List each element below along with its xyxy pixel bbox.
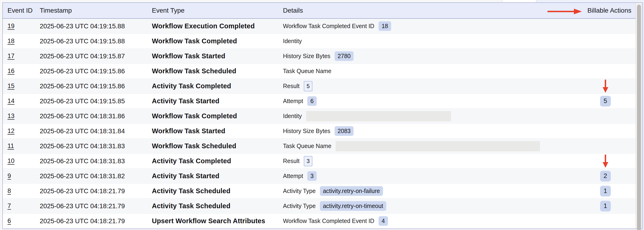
table-row: 15 2025-06-23 UTC 04:19:15.86 Activity T… xyxy=(3,79,642,94)
event-id-link[interactable]: 10 xyxy=(8,157,14,164)
detail-label: Result xyxy=(283,83,300,89)
details-cell: Activity Type activity.retry-on-timeout xyxy=(283,201,575,211)
billable-badge: 1 xyxy=(600,201,611,211)
event-id-link[interactable]: 8 xyxy=(8,187,11,194)
event-id-link[interactable]: 15 xyxy=(8,82,14,89)
timestamp-cell: 2025-06-23 UTC 04:18:21.79 xyxy=(40,202,152,210)
table-row: 7 2025-06-23 UTC 04:18:21.79 Activity Ta… xyxy=(3,199,642,214)
billable-badge: 1 xyxy=(600,186,611,196)
timestamp-cell: 2025-06-23 UTC 04:19:15.86 xyxy=(40,82,152,90)
event-id-link[interactable]: 16 xyxy=(8,67,14,74)
event-id-cell: 11 xyxy=(8,142,40,150)
timestamp-cell: 2025-06-23 UTC 04:18:31.86 xyxy=(40,112,152,120)
event-type-cell: Workflow Task Scheduled xyxy=(152,142,283,150)
event-type-cell: Activity Task Completed xyxy=(152,157,283,165)
event-type-cell: Workflow Task Completed xyxy=(152,112,283,120)
scrollbar-thumb[interactable] xyxy=(637,5,641,230)
table-body: 19 2025-06-23 UTC 04:19:15.88 Workflow E… xyxy=(3,19,642,228)
table-row: 11 2025-06-23 UTC 04:18:31.83 Workflow T… xyxy=(3,139,642,154)
event-type-cell: Upsert Workflow Search Attributes xyxy=(152,217,283,225)
event-type-cell: Workflow Task Started xyxy=(152,127,283,135)
top-notch xyxy=(502,0,536,2)
event-id-cell: 6 xyxy=(8,217,40,224)
detail-label: History Size Bytes xyxy=(283,128,330,135)
detail-value-badge: activity.retry-on-failure xyxy=(320,186,383,196)
details-cell: Workflow Task Completed Event ID 18 xyxy=(283,21,575,31)
event-type-cell: Workflow Task Scheduled xyxy=(152,67,283,75)
top-strip-right xyxy=(536,0,644,2)
table-row: 14 2025-06-23 UTC 04:19:15.85 Activity T… xyxy=(3,94,642,109)
event-id-link[interactable]: 14 xyxy=(8,97,14,104)
event-id-cell: 15 xyxy=(8,82,40,90)
detail-label: Identity xyxy=(283,113,302,120)
table-row: 10 2025-06-23 UTC 04:18:31.83 Activity T… xyxy=(3,154,642,169)
billable-actions-cell: 5 xyxy=(575,96,636,106)
table-row: 6 2025-06-23 UTC 04:18:21.79 Upsert Work… xyxy=(3,214,642,228)
table-row: 17 2025-06-23 UTC 04:19:15.87 Workflow T… xyxy=(3,49,642,64)
column-header-billable-actions: Billable Actions xyxy=(575,7,636,14)
timestamp-cell: 2025-06-23 UTC 04:18:21.79 xyxy=(40,187,152,195)
detail-label: Task Queue Name xyxy=(283,143,331,149)
event-history-table: Event ID Timestamp Event Type Details Bi… xyxy=(2,2,642,229)
detail-value-badge: 4 xyxy=(378,216,388,226)
event-id-link[interactable]: 11 xyxy=(8,142,14,149)
timestamp-cell: 2025-06-23 UTC 04:18:31.83 xyxy=(40,142,152,150)
timestamp-cell: 2025-06-23 UTC 04:18:31.84 xyxy=(40,128,152,135)
event-id-cell: 13 xyxy=(8,112,40,120)
billable-badge: 2 xyxy=(600,171,611,181)
detail-label: Task Queue Name xyxy=(283,68,331,74)
timestamp-cell: 2025-06-23 UTC 04:19:15.88 xyxy=(40,38,152,45)
event-id-cell: 18 xyxy=(8,38,40,45)
billable-actions-cell: 2 xyxy=(575,171,636,181)
event-type-cell: Workflow Execution Completed xyxy=(152,22,283,30)
vertical-scrollbar[interactable] xyxy=(636,3,642,228)
column-header-event-type: Event Type xyxy=(152,7,283,14)
billable-actions-cell: 1 xyxy=(575,186,636,196)
event-id-link[interactable]: 17 xyxy=(8,52,14,59)
table-row: 16 2025-06-23 UTC 04:19:15.86 Workflow T… xyxy=(3,64,642,79)
table-row: 12 2025-06-23 UTC 04:18:31.84 Workflow T… xyxy=(3,124,642,139)
detail-value-badge: 6 xyxy=(307,96,317,106)
event-id-link[interactable]: 19 xyxy=(8,23,14,30)
table-row: 8 2025-06-23 UTC 04:18:21.79 Activity Ta… xyxy=(3,184,642,199)
event-id-cell: 17 xyxy=(8,52,40,60)
detail-value-badge: 2083 xyxy=(334,126,354,136)
detail-label: Result xyxy=(283,158,300,164)
details-cell: Task Queue Name xyxy=(283,68,575,74)
event-id-link[interactable]: 6 xyxy=(8,217,11,224)
event-id-cell: 9 xyxy=(8,172,40,180)
details-cell: Activity Type activity.retry-on-failure xyxy=(283,186,575,196)
detail-label: Attempt xyxy=(283,173,303,179)
detail-label: Workflow Task Completed Event ID xyxy=(283,23,374,30)
timestamp-cell: 2025-06-23 UTC 04:19:15.85 xyxy=(40,97,152,105)
event-id-link[interactable]: 18 xyxy=(8,38,14,45)
details-cell: Workflow Task Completed Event ID 4 xyxy=(283,216,575,226)
event-type-cell: Activity Task Started xyxy=(152,97,283,105)
details-cell: Result 5 xyxy=(283,81,575,91)
detail-value-badge: activity.retry-on-timeout xyxy=(320,201,386,211)
timestamp-cell: 2025-06-23 UTC 04:18:21.79 xyxy=(40,217,152,225)
table-row: 19 2025-06-23 UTC 04:19:15.88 Workflow E… xyxy=(3,19,642,34)
detail-label: Attempt xyxy=(283,98,303,104)
table-header-row: Event ID Timestamp Event Type Details Bi… xyxy=(3,3,642,19)
detail-value-badge: 18 xyxy=(378,21,391,31)
event-id-link[interactable]: 12 xyxy=(8,128,14,135)
event-type-cell: Workflow Task Completed xyxy=(152,37,283,45)
detail-value-badge: 3 xyxy=(307,171,317,181)
details-cell: History Size Bytes 2780 xyxy=(283,51,575,61)
event-id-cell: 16 xyxy=(8,67,40,75)
billable-actions-cell xyxy=(575,79,636,93)
event-id-link[interactable]: 13 xyxy=(8,112,14,120)
event-type-cell: Activity Task Started xyxy=(152,172,283,180)
event-type-cell: Activity Task Completed xyxy=(152,82,283,90)
timestamp-cell: 2025-06-23 UTC 04:18:31.83 xyxy=(40,157,152,165)
details-cell: Identity xyxy=(283,38,575,45)
event-id-link[interactable]: 9 xyxy=(8,172,11,179)
billable-actions-cell xyxy=(575,154,636,168)
details-cell: Attempt 6 xyxy=(283,96,575,106)
event-id-cell: 10 xyxy=(8,157,40,165)
table-row: 9 2025-06-23 UTC 04:18:31.82 Activity Ta… xyxy=(3,169,642,184)
event-id-link[interactable]: 7 xyxy=(8,202,11,209)
event-id-cell: 7 xyxy=(8,202,40,210)
detail-label: Activity Type xyxy=(283,188,316,194)
